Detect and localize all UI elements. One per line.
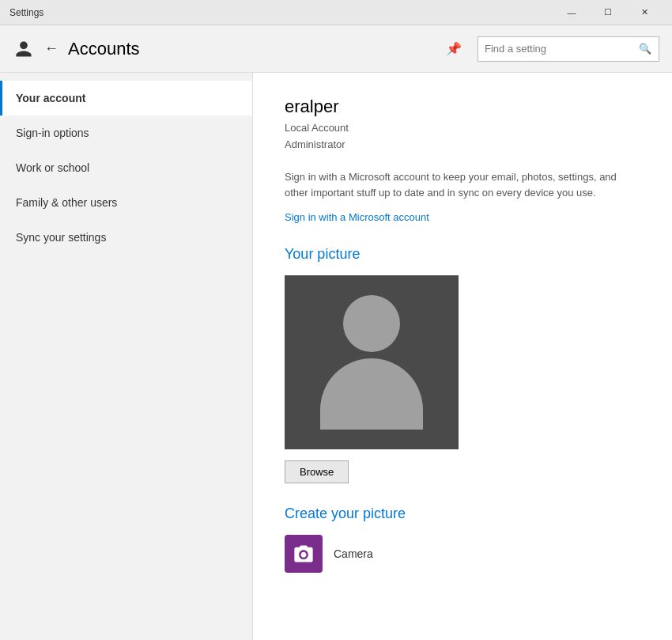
create-picture-title: Create your picture: [285, 506, 640, 522]
browse-button[interactable]: Browse: [285, 460, 349, 483]
camera-icon: [293, 543, 315, 565]
sidebar-item-work-or-school[interactable]: Work or school: [0, 150, 252, 185]
close-button[interactable]: ✕: [626, 0, 663, 25]
main-layout: Your account Sign-in options Work or sch…: [0, 73, 672, 640]
picture-section-title: Your picture: [285, 246, 640, 263]
camera-item[interactable]: Camera: [285, 535, 640, 573]
app-title: Settings: [9, 7, 43, 18]
person-icon: [14, 40, 33, 59]
minimize-button[interactable]: —: [553, 0, 590, 25]
content-area: eralper Local Account Administrator Sign…: [253, 73, 672, 640]
avatar-silhouette: [320, 295, 423, 430]
username: eralper: [285, 97, 640, 117]
app-header: ← Accounts 📌 🔍: [0, 25, 672, 73]
user-icon: [13, 38, 35, 60]
title-bar: Settings — ☐ ✕: [0, 0, 672, 25]
back-button[interactable]: ←: [44, 40, 59, 57]
sidebar-item-your-account[interactable]: Your account: [0, 81, 252, 116]
sidebar: Your account Sign-in options Work or sch…: [0, 73, 253, 640]
avatar-picture: [285, 275, 459, 449]
account-type-line2: Administrator: [285, 137, 640, 153]
search-input[interactable]: [478, 43, 632, 55]
search-box: 🔍: [478, 36, 659, 62]
pin-icon[interactable]: 📌: [446, 41, 462, 56]
signin-prompt: Sign in with a Microsoft account to keep…: [285, 169, 640, 203]
create-picture-section: Create your picture Camera: [285, 506, 640, 573]
sidebar-item-family-other-users[interactable]: Family & other users: [0, 185, 252, 220]
avatar-head: [343, 295, 400, 352]
avatar-body: [320, 358, 423, 430]
sidebar-item-sync-settings[interactable]: Sync your settings: [0, 220, 252, 255]
ms-account-link[interactable]: Sign in with a Microsoft account: [285, 211, 429, 223]
account-type-line1: Local Account: [285, 120, 640, 137]
maximize-button[interactable]: ☐: [590, 0, 626, 25]
search-icon: 🔍: [632, 36, 658, 62]
window-controls: — ☐ ✕: [553, 0, 663, 25]
sidebar-item-sign-in-options[interactable]: Sign-in options: [0, 116, 252, 150]
camera-label: Camera: [334, 547, 373, 560]
camera-icon-box: [285, 535, 323, 573]
page-title: Accounts: [68, 39, 436, 59]
